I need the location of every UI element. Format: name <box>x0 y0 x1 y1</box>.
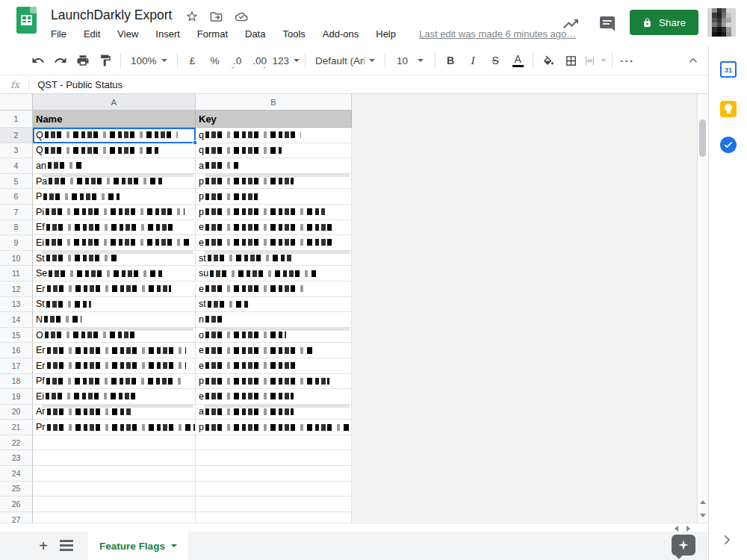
scroll-right-button[interactable] <box>686 526 690 532</box>
row-header[interactable]: 24 <box>0 466 33 482</box>
cell[interactable] <box>33 482 196 497</box>
cell[interactable]: q <box>196 143 352 159</box>
row-header[interactable]: 7 <box>0 205 33 220</box>
cell[interactable]: p <box>196 420 352 435</box>
cell[interactable] <box>33 466 196 482</box>
cell[interactable]: Key <box>196 111 352 128</box>
avatar[interactable] <box>707 8 737 37</box>
menu-edit[interactable]: Edit <box>84 28 100 40</box>
cell[interactable]: Pi <box>33 205 196 220</box>
cell[interactable]: n <box>196 312 352 328</box>
row-header[interactable]: 13 <box>0 297 33 313</box>
row-header[interactable]: 5 <box>0 174 33 190</box>
row-header[interactable]: 18 <box>0 374 33 390</box>
row-header[interactable]: 22 <box>0 435 33 451</box>
select-all-corner[interactable] <box>0 94 33 111</box>
cell[interactable]: e <box>196 281 352 297</box>
font-family-select[interactable]: Default (Ari… <box>311 51 379 70</box>
cell[interactable]: su <box>196 266 352 281</box>
move-folder-icon[interactable] <box>209 10 223 24</box>
cell[interactable]: Er <box>33 281 196 297</box>
row-header[interactable]: 16 <box>0 343 33 358</box>
row-header[interactable]: 14 <box>0 312 33 328</box>
increase-decimal-button[interactable]: .00→ <box>250 51 270 70</box>
bold-button[interactable]: B <box>441 51 460 70</box>
cell[interactable]: e <box>196 358 352 374</box>
cell[interactable]: Name <box>33 111 196 128</box>
cell[interactable] <box>196 482 352 497</box>
row-header[interactable]: 25 <box>0 482 33 497</box>
cell[interactable]: Ef <box>33 220 196 236</box>
row-header[interactable]: 19 <box>0 389 33 405</box>
vertical-scrollbar[interactable] <box>697 94 707 523</box>
sheet-tab-menu-caret[interactable] <box>171 544 177 547</box>
row-header[interactable]: 15 <box>0 328 33 343</box>
row-header[interactable]: 3 <box>0 143 33 159</box>
row-header[interactable]: 1 <box>0 111 33 128</box>
font-size-select[interactable]: 10 <box>391 51 430 70</box>
cell[interactable]: st <box>196 251 352 267</box>
menu-file[interactable]: File <box>51 28 66 40</box>
borders-button[interactable] <box>561 51 580 70</box>
row-header[interactable]: 2 <box>0 128 33 143</box>
cell[interactable]: Pr <box>33 420 196 435</box>
cell[interactable]: P <box>33 189 196 205</box>
row-header[interactable]: 17 <box>0 358 33 374</box>
keep-icon[interactable] <box>720 101 737 117</box>
row-header[interactable]: 9 <box>0 235 33 251</box>
row-header[interactable]: 26 <box>0 497 33 512</box>
sheets-logo-icon[interactable] <box>16 7 37 34</box>
cell[interactable]: Er <box>33 343 196 358</box>
document-title[interactable]: LaunchDarkly Export <box>51 7 172 23</box>
menu-help[interactable]: Help <box>376 28 396 40</box>
cell[interactable]: Q <box>33 128 196 143</box>
number-format-button[interactable]: 123 <box>273 51 300 70</box>
tasks-icon[interactable] <box>720 137 737 153</box>
row-header[interactable]: 8 <box>0 220 33 236</box>
merge-cells-button[interactable] <box>583 51 607 70</box>
format-percent-button[interactable]: % <box>205 51 225 70</box>
formula-input[interactable]: QST - Public Status <box>37 79 123 90</box>
redo-button[interactable] <box>51 51 70 70</box>
cell[interactable] <box>33 512 196 523</box>
cell[interactable]: p <box>196 189 352 205</box>
cell[interactable]: o <box>196 328 352 343</box>
cell[interactable]: Pf <box>33 374 196 390</box>
menu-format[interactable]: Format <box>197 28 228 40</box>
scroll-down-button[interactable] <box>698 509 707 522</box>
undo-button[interactable] <box>28 51 48 70</box>
cell[interactable]: p <box>196 205 352 220</box>
cell[interactable]: q <box>196 128 352 143</box>
explore-button[interactable] <box>672 535 695 556</box>
cell[interactable]: Er <box>33 358 196 374</box>
cell[interactable]: O <box>33 328 196 343</box>
vertical-scrollbar-thumb[interactable] <box>699 119 706 157</box>
cell[interactable]: p <box>196 374 352 390</box>
format-currency-button[interactable]: £ <box>183 51 202 70</box>
scroll-up-button[interactable] <box>698 496 707 508</box>
cell[interactable] <box>196 450 352 466</box>
row-header[interactable]: 4 <box>0 158 33 174</box>
cell[interactable]: St <box>33 297 196 313</box>
cell[interactable] <box>196 435 352 451</box>
cell[interactable]: e <box>196 235 352 251</box>
cell[interactable]: e <box>196 343 352 358</box>
cell[interactable]: st <box>196 297 352 313</box>
cell[interactable]: e <box>196 220 352 236</box>
row-header[interactable]: 20 <box>0 405 33 420</box>
cloud-status-icon[interactable] <box>234 9 249 24</box>
cell[interactable]: N <box>33 312 196 328</box>
row-header[interactable]: 21 <box>0 420 33 435</box>
print-button[interactable] <box>73 51 93 70</box>
menu-tools[interactable]: Tools <box>282 28 305 40</box>
cell[interactable]: a <box>196 158 352 174</box>
cell[interactable] <box>33 450 196 466</box>
cell[interactable]: Q <box>33 143 196 159</box>
decrease-decimal-button[interactable]: .0← <box>228 51 247 70</box>
cell[interactable]: Pa <box>33 174 196 190</box>
row-header[interactable]: 6 <box>0 189 33 205</box>
last-edit-link[interactable]: Last edit was made 6 minutes ago… <box>419 28 576 40</box>
cell[interactable] <box>196 497 352 512</box>
strikethrough-button[interactable]: S <box>486 51 505 70</box>
cell[interactable]: Se <box>33 266 196 281</box>
